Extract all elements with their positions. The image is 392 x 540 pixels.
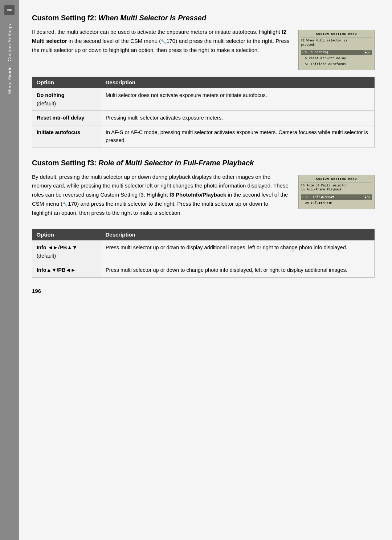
camera-screen-f2-title: CUSTOM SETTING MENU: [301, 32, 372, 37]
table-f2-desc-1: Multi selector does not activate exposur…: [101, 88, 375, 111]
table-f2-col2-header: Description: [101, 77, 375, 88]
section-f3-intro-block: By default, pressing the multi selector …: [32, 173, 375, 223]
table-f3-col2-header: Description: [101, 229, 375, 241]
section-f3: Custom Setting f3: Role of Multi Selecto…: [32, 158, 375, 278]
table-f3-option-2: Info▲▼/PB◄►: [32, 263, 101, 277]
camera-screen-f3-subtitle: f3 Role of Multi selector in Full-Frame …: [301, 184, 372, 193]
table-row: Reset mtr-off delay Pressing multi selec…: [32, 111, 375, 125]
camera-screen-f3-row-1: ✓ OFF Info◄►/PB▲▼ ►OK: [301, 194, 372, 200]
section-f2: Custom Setting f2: When Multi Selector I…: [32, 13, 375, 148]
camera-screen-f2-row-2: ⊙ Reset mtr-off delay: [301, 56, 372, 61]
camera-screen-f2-row-1: ✓ ⊛ Do nothing ►OK: [301, 50, 372, 55]
option-table-f2: Option Description Do nothing (default) …: [32, 77, 375, 148]
section-f3-intro-text: By default, pressing the multi selector …: [32, 173, 290, 218]
camera-screen-f2-row-3: AF Initiate autofocus: [301, 62, 372, 67]
section-f3-title-italic: Role of Multi Selector in Full-Frame Pla…: [98, 159, 254, 167]
table-f3-option-1: Info ◄►/PB▲▼ (default): [32, 241, 101, 263]
table-row: Info ◄►/PB▲▼ (default) Press multi selec…: [32, 241, 375, 263]
camera-screen-f3: CUSTOM SETTING MENU f3 Role of Multi sel…: [298, 175, 375, 210]
section-f2-intro-block: If desired, the multi selector can be us…: [32, 28, 375, 70]
table-f2-option-3: Initiate autofocus: [32, 125, 101, 148]
section-f2-title-italic: When Multi Selector Is Pressed: [98, 14, 206, 22]
table-f3-desc-2: Press multi selector up or down to chang…: [101, 263, 375, 277]
table-f2-option-2: Reset mtr-off delay: [32, 111, 101, 125]
sidebar: ✏ Menu Guide—Custom Settings: [0, 0, 19, 540]
camera-screen-f2: CUSTOM SETTING MENU f2 When Multi select…: [298, 30, 375, 70]
section-f2-intro-text: If desired, the multi selector can be us…: [32, 28, 290, 55]
table-row: Initiate autofocus In AF-S or AF-C mode,…: [32, 125, 375, 148]
table-f2-desc-2: Pressing multi selector activates exposu…: [101, 111, 375, 125]
option-table-f3: Option Description Info ◄►/PB▲▼ (default…: [32, 229, 375, 277]
table-row: Do nothing (default) Multi selector does…: [32, 88, 375, 111]
table-f2-desc-3: In AF-S or AF-C mode, pressing multi sel…: [101, 125, 375, 148]
page-number: 196: [32, 288, 375, 294]
camera-screen-f3-row-2: ON Info▲▼/PB◄►: [301, 201, 372, 206]
camera-screen-f2-subtitle: f2 When Multi selector is pressed:: [301, 39, 372, 48]
table-f2-option-1: Do nothing (default): [32, 88, 101, 111]
section-f3-title: Custom Setting f3: Role of Multi Selecto…: [32, 158, 375, 168]
menu-guide-icon: ✏: [3, 4, 16, 17]
table-f2-col1-header: Option: [32, 77, 101, 88]
svg-text:✏: ✏: [7, 7, 12, 14]
section-f2-title-prefix: Custom Setting f2:: [32, 14, 98, 22]
main-content: Custom Setting f2: When Multi Selector I…: [19, 0, 392, 540]
sidebar-label: Menu Guide—Custom Settings: [7, 24, 12, 94]
section-f2-title: Custom Setting f2: When Multi Selector I…: [32, 13, 375, 23]
camera-screen-f3-title: CUSTOM SETTING MENU: [301, 177, 372, 182]
table-f3-col1-header: Option: [32, 229, 101, 241]
section-f3-title-prefix: Custom Setting f3:: [32, 159, 98, 167]
table-row: Info▲▼/PB◄► Press multi selector up or d…: [32, 263, 375, 277]
table-f3-desc-1: Press multi selector up or down to displ…: [101, 241, 375, 263]
